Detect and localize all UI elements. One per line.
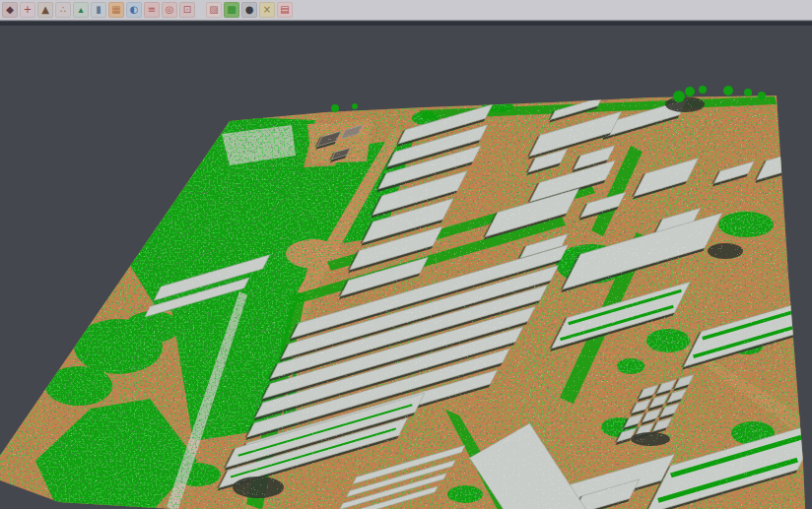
treetop-bump <box>352 103 358 109</box>
orthophoto-icon: ▦ <box>111 4 120 15</box>
attribute-list-icon: ≡ <box>148 4 156 15</box>
treetop-bump <box>673 91 685 102</box>
filter-points-icon: ▨ <box>209 4 218 15</box>
scene-canvas[interactable] <box>0 0 812 509</box>
toolbar-shadow-strip <box>0 22 812 26</box>
app-window: { "window": { "width": 824, "height": 51… <box>0 0 812 509</box>
register-points-icon: + <box>24 4 32 15</box>
color-bands-icon: ▤ <box>280 4 289 15</box>
classification-colors-icon: ▩ <box>227 4 236 15</box>
treetop-bump <box>723 86 733 95</box>
tool-open-file[interactable]: ◆ <box>2 2 18 18</box>
tool-classification-colors[interactable]: ▩ <box>224 2 239 18</box>
zoom-extents-icon: ⊡ <box>183 4 191 15</box>
tool-filter-points[interactable]: ▨ <box>206 2 222 18</box>
terrain-content <box>0 84 812 509</box>
point-cloud-icon: ∴ <box>60 4 66 15</box>
main-toolbar: ◆+▲∴▴▮▦◐≡◎⊡▨▩●×▤ <box>0 0 812 21</box>
render-sphere-icon: ● <box>245 4 254 15</box>
tool-orthophoto[interactable]: ▦ <box>108 2 124 18</box>
tool-zoom-extents[interactable]: ⊡ <box>179 2 195 18</box>
tool-cross-section[interactable]: × <box>259 2 275 18</box>
tool-globe-view[interactable]: ◐ <box>126 2 142 18</box>
tool-render-sphere[interactable]: ● <box>241 2 257 18</box>
3d-viewport[interactable] <box>0 0 812 509</box>
tool-profile-tool[interactable]: ▮ <box>91 2 106 18</box>
globe-view-icon: ◐ <box>130 4 139 15</box>
tool-terrain-model[interactable]: ▲ <box>37 2 53 18</box>
treetop-bump <box>758 92 766 99</box>
tool-surface-mesh[interactable]: ▴ <box>73 2 89 18</box>
pick-target-icon: ◎ <box>166 4 174 15</box>
tool-color-bands[interactable]: ▤ <box>277 2 293 18</box>
treetop-bump <box>331 104 339 112</box>
tool-point-cloud[interactable]: ∴ <box>55 2 71 18</box>
cross-section-icon: × <box>263 4 271 15</box>
treetop-bump <box>699 86 707 94</box>
tool-register-points[interactable]: + <box>20 2 35 18</box>
surface-mesh-icon: ▴ <box>78 4 83 15</box>
profile-tool-icon: ▮ <box>96 4 102 15</box>
treetop-bump <box>744 89 752 96</box>
tool-attribute-list[interactable]: ≡ <box>144 2 160 18</box>
treetop-bump <box>685 87 695 96</box>
light-speckle-noise <box>0 84 812 509</box>
open-file-icon: ◆ <box>6 4 14 15</box>
terrain-model-icon: ▲ <box>41 4 49 15</box>
tool-pick-target[interactable]: ◎ <box>162 2 177 18</box>
